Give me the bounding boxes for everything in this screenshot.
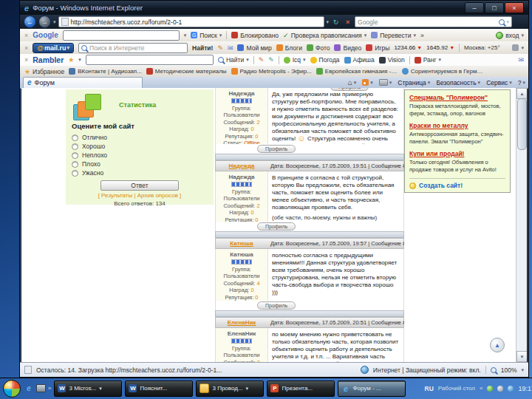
translate-button[interactable]: Перевести ▾ <box>371 32 416 39</box>
mailru-settings-button[interactable]: ▾ <box>512 44 524 51</box>
poll-option-bad[interactable]: Плохо <box>72 160 208 168</box>
spellcheck-button[interactable]: ✓ Проверка правописания ▾ <box>283 32 366 39</box>
profile-button[interactable]: Профиль <box>257 301 296 310</box>
rambler-find-button[interactable]: Найти ▾ <box>218 56 249 64</box>
mailru-video-button[interactable]: Видео <box>334 44 361 52</box>
google-search-button[interactable]: G Поиск ▾ <box>191 32 222 39</box>
volume-tray-icon[interactable] <box>497 386 503 392</box>
tab-forum[interactable]: e Форум <box>23 77 143 88</box>
post-author-link[interactable]: Надежда <box>216 163 267 169</box>
ad-title-link[interactable]: Спецэмаль "Полимерон" <box>409 94 505 101</box>
mailru-logo-button[interactable]: @mail.ru ▾ <box>33 43 74 53</box>
minimize-button[interactable]: – <box>465 2 484 13</box>
author-name[interactable]: Надежда <box>216 174 267 181</box>
zoom-level[interactable]: 100% <box>501 366 517 374</box>
radio-icon[interactable] <box>72 134 78 141</box>
feeds-button[interactable]: ▾ <box>362 79 373 86</box>
mailru-myworld-button[interactable]: Мой мир <box>237 44 271 52</box>
marker-icon[interactable]: ✎ <box>268 56 274 64</box>
poll-option-okay[interactable]: Неплохо <box>72 151 208 160</box>
back-button[interactable]: ← <box>24 16 36 28</box>
address-bar[interactable]: http://mschteachers.ucoz.ru/forum/2-0-1 <box>58 16 324 27</box>
toolbar-close-icon[interactable]: × <box>24 44 28 52</box>
tray-chevron-icon[interactable]: « <box>480 385 482 392</box>
favorites-button[interactable]: ★ Избранное <box>24 68 64 75</box>
tools-menu-button[interactable]: Сервис▾ <box>486 79 512 86</box>
rambler-vision-button[interactable]: Vision <box>379 56 405 64</box>
home-button[interactable]: ⌂▾ <box>348 78 357 86</box>
mailru-search-input[interactable]: Поиск в Интернете <box>78 43 188 53</box>
rambler-afisha-button[interactable]: Афиша <box>344 56 375 64</box>
google-signin-button[interactable]: вход ▾ <box>496 32 524 39</box>
stock-quote-2[interactable]: 1645.92▼ <box>426 44 454 51</box>
scrollbar-thumb[interactable] <box>517 98 527 150</box>
close-button[interactable]: × <box>505 2 524 13</box>
zoom-dropdown-icon[interactable]: ▾ <box>521 368 524 372</box>
vertical-scrollbar[interactable]: ▲ ▼ <box>516 88 527 362</box>
radio-icon[interactable] <box>72 152 78 159</box>
toolbar-close-icon[interactable]: × <box>24 56 28 64</box>
favorite-link-method[interactable]: Методические материалы <box>146 68 227 75</box>
stock-quote-1[interactable]: 1234.66▼ <box>394 44 422 51</box>
antivirus-tray-icon[interactable] <box>487 386 493 392</box>
author-name[interactable]: Надежда <box>216 90 267 98</box>
scroll-top-badge[interactable]: ▲ <box>490 338 505 352</box>
overflow-chevron-icon[interactable]: » <box>48 385 51 392</box>
create-site-link[interactable]: Создать сайт! <box>419 182 463 189</box>
favorites-star-icon[interactable]: ★ <box>68 56 74 64</box>
mailru-photo-button[interactable]: Фото <box>307 44 330 52</box>
radio-icon[interactable] <box>72 170 78 177</box>
statistics-link[interactable]: Статистика <box>119 101 156 109</box>
mailru-blogs-button[interactable]: Блоги <box>276 44 302 52</box>
popup-blocker-button[interactable]: Блокировано <box>231 32 279 39</box>
profile-button[interactable]: Профиль <box>330 88 369 91</box>
rambler-weather-button[interactable]: Погода <box>310 56 340 64</box>
compose-icon[interactable]: ✎ <box>217 44 223 52</box>
toolbar-close-icon[interactable]: × <box>24 32 28 39</box>
print-button[interactable]: ▾ <box>379 79 392 86</box>
google-search-input[interactable] <box>63 30 180 41</box>
stop-button[interactable]: × <box>343 16 352 27</box>
mailru-games-button[interactable]: Игры <box>366 44 389 52</box>
address-dropdown-icon[interactable]: ▾ <box>327 20 330 24</box>
forward-button[interactable]: → <box>38 16 51 28</box>
taskbar-button-word-doc[interactable]: W Пояснит... <box>125 381 193 397</box>
poll-option-good[interactable]: Хорошо <box>72 142 208 151</box>
poll-option-awful[interactable]: Ужасно <box>72 168 208 177</box>
help-menu-button[interactable]: ?▾ <box>518 79 525 86</box>
profile-button[interactable]: Профиль <box>257 222 296 231</box>
taskbar-button-word-group[interactable]: W 3 Micros... ▾ <box>54 381 122 397</box>
favorite-link-radio[interactable]: Радио Metropolis - Эфир... <box>231 68 312 75</box>
ad-title-link[interactable]: Купи или продай! <box>409 150 505 157</box>
rambler-icq-button[interactable]: Icq▾ <box>284 56 306 64</box>
google-search-dropdown-icon[interactable]: ▾ <box>184 33 187 38</box>
mail-icon[interactable]: ✉ <box>228 44 233 52</box>
taskbar-clock[interactable]: 19:17 <box>518 385 532 392</box>
rambler-rank-button[interactable]: Ранг▾ <box>415 56 441 64</box>
rambler-search-input[interactable] <box>86 55 214 65</box>
network-tray-icon[interactable] <box>508 386 514 392</box>
poll-results-links[interactable]: [ Результаты | Архив опросов ] <box>72 192 208 199</box>
language-indicator[interactable]: RU <box>425 385 434 392</box>
history-dropdown-icon[interactable]: ▾ <box>53 20 56 24</box>
radio-icon[interactable] <box>72 161 78 168</box>
search-dropdown-icon[interactable]: ▾ <box>507 20 510 24</box>
profile-button[interactable]: Профиль <box>257 145 296 153</box>
author-name[interactable]: ЕленаНик <box>216 330 267 338</box>
show-desktop-icon[interactable] <box>36 384 46 392</box>
taskbar-button-forum-active[interactable]: e Форум - ... <box>338 381 406 397</box>
taskbar-button-powerpoint[interactable]: P Презента... <box>267 381 335 397</box>
ad-title-link[interactable]: Краски по металлу <box>409 122 505 129</box>
start-button[interactable] <box>3 380 21 398</box>
desktop-toolbar-label[interactable]: Рабочий стол <box>438 385 475 392</box>
scroll-up-button[interactable]: ▲ <box>516 88 527 99</box>
search-box[interactable]: Google ▾ <box>355 16 512 27</box>
poll-vote-button[interactable]: Ответ <box>100 180 179 191</box>
ie-quicklaunch-icon[interactable]: e <box>24 383 34 394</box>
post-author-link[interactable]: ЕленаНик <box>216 319 267 326</box>
poll-option-excellent[interactable]: Отлично <box>72 133 208 142</box>
dropdown-icon[interactable]: ▾ <box>78 58 81 62</box>
post-author-link[interactable]: Катюша <box>216 240 267 247</box>
highlighter-icon[interactable]: ✎ <box>259 56 265 64</box>
favorite-link-gymnasium[interactable]: Европейская гимназия - Новос... <box>316 68 398 75</box>
